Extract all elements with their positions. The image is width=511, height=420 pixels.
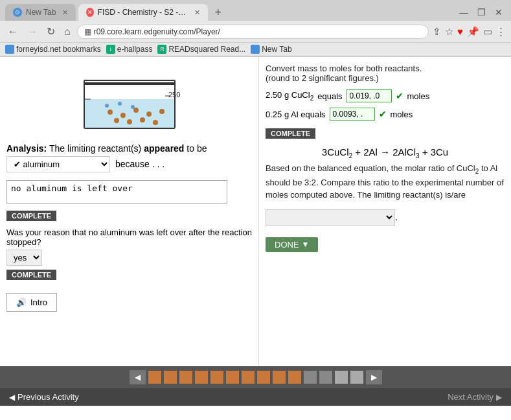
next-activity-button[interactable]: Next Activity ▶: [448, 392, 502, 402]
page-dot-11[interactable]: [304, 371, 317, 384]
svg-point-12: [153, 120, 158, 125]
page-dot-13[interactable]: [335, 371, 348, 384]
page-dot-1[interactable]: [148, 371, 161, 384]
refresh-button[interactable]: ↻: [44, 24, 58, 39]
address-bar: ← → ↻ ⌂ ▦ r09.core.learn.edgenuity.com/P…: [0, 21, 511, 43]
bookmark-icon-4: [251, 45, 260, 54]
molar-ratio-text: Based on the balanced equation, the mola…: [266, 162, 505, 202]
tab-label-1: New Tab: [26, 8, 56, 17]
page-dot-2[interactable]: [164, 371, 177, 384]
next-triangle-icon: ▶: [496, 393, 502, 402]
minimize-button[interactable]: —: [456, 6, 471, 19]
bookmarks-bar: forneyisd.net bookmarks i e-hallpass R R…: [0, 43, 511, 56]
restore-button[interactable]: ❐: [474, 6, 489, 19]
page-dot-8[interactable]: [257, 371, 270, 384]
activity-bar: ◀ Previous Activity Next Activity ▶: [0, 388, 511, 406]
intro-button[interactable]: 🔊 Intro: [6, 293, 57, 312]
prev-triangle-icon: ◀: [9, 393, 15, 402]
forward-button[interactable]: →: [25, 25, 40, 39]
row2-suffix: moles: [391, 110, 413, 119]
bookmark-label-4: New Tab: [262, 45, 291, 54]
moles-row-1: 2.50 g CuCl2 equals ✔ moles: [266, 89, 505, 102]
textarea-wrapper: no aluminum is left over: [6, 178, 252, 208]
svg-point-10: [127, 119, 132, 124]
yes-select[interactable]: yes: [6, 250, 42, 266]
row1-prefix: 2.50 g CuCl2: [266, 90, 313, 102]
new-tab-button[interactable]: +: [210, 5, 225, 21]
beaker-container: 250: [6, 64, 252, 137]
bookmark-readsquared[interactable]: R READsquared Read...: [157, 45, 245, 54]
instruction-line1: Convert mass to moles for both reactants…: [266, 64, 422, 73]
star-icon[interactable]: ☆: [445, 26, 453, 38]
intro-label: Intro: [30, 298, 47, 307]
limiting-reactant-dropdown[interactable]: [266, 209, 395, 226]
page-dot-6[interactable]: [226, 371, 239, 384]
question-text: Was your reason that no aluminum was lef…: [6, 228, 252, 247]
bookmark-forneyisd[interactable]: forneyisd.net bookmarks: [5, 45, 101, 54]
period: .: [395, 212, 398, 222]
left-panel: 250 Analysis: The limiting reactant(s) a…: [0, 57, 259, 366]
bookmark-newtab[interactable]: New Tab: [251, 45, 291, 54]
svg-point-7: [146, 111, 152, 117]
because-text: because . . .: [115, 159, 165, 169]
analysis-label: Analysis:: [6, 143, 47, 154]
row1-sub1: 2: [310, 95, 314, 102]
svg-point-11: [140, 117, 145, 122]
al-moles-input[interactable]: [330, 108, 375, 121]
page-dot-12[interactable]: [319, 371, 332, 384]
page-dot-10[interactable]: [288, 371, 301, 384]
page-dot-14[interactable]: [350, 371, 363, 384]
close-window-button[interactable]: ✕: [492, 6, 506, 19]
page-dot-9[interactable]: [273, 371, 286, 384]
select-wrapper: ✔ aluminum because . . .: [6, 156, 252, 172]
prev-activity-label: Previous Activity: [17, 392, 79, 402]
eq-main: 3CuCl2 + 2Al → 2AlCl3 + 3Cu: [322, 146, 448, 158]
tab-close-1[interactable]: ✕: [62, 8, 68, 17]
limiting-reactant-select[interactable]: ✔ aluminum: [6, 156, 110, 172]
limiting-select-wrapper: .: [266, 207, 505, 228]
page-dot-4[interactable]: [195, 371, 208, 384]
pin-icon[interactable]: 📌: [467, 26, 479, 38]
prev-page-button[interactable]: ◀: [130, 370, 146, 384]
molar-sub: 2: [475, 168, 479, 175]
home-button[interactable]: ⌂: [62, 25, 73, 39]
url-box[interactable]: ▦ r09.core.learn.edgenuity.com/Player/: [77, 25, 429, 39]
prev-activity-button[interactable]: ◀ Previous Activity: [9, 392, 79, 402]
reason-textarea[interactable]: no aluminum is left over: [6, 180, 227, 204]
page-dot-7[interactable]: [242, 371, 255, 384]
page-dot-3[interactable]: [179, 371, 192, 384]
tab-fisd[interactable]: ✕ FISD - Chemistry - S2 - 132000 - ✕: [78, 4, 208, 21]
svg-point-13: [105, 104, 109, 108]
intro-btn-wrapper: 🔊 Intro: [6, 293, 252, 312]
sidebar-icon[interactable]: ▭: [483, 26, 492, 38]
bookmark-icon-1: [5, 45, 14, 54]
url-text: r09.core.learn.edgenuity.com/Player/: [94, 27, 422, 36]
instruction-line2: (round to 2 significant figures.): [266, 73, 379, 83]
tab-new-tab[interactable]: ⊙ New Tab ✕: [5, 4, 76, 21]
appeared-text: appeared: [144, 143, 184, 154]
speaker-icon: 🔊: [16, 298, 27, 307]
svg-point-15: [131, 105, 135, 109]
svg-text:250: 250: [168, 91, 180, 99]
next-page-button[interactable]: ▶: [366, 370, 382, 384]
tab-bar: ⊙ New Tab ✕ ✕ FISD - Chemistry - S2 - 13…: [0, 0, 511, 21]
main-content: 250 Analysis: The limiting reactant(s) a…: [0, 57, 511, 406]
complete-badge-2: COMPLETE: [6, 270, 56, 280]
bookmark-ehallpass[interactable]: i e-hallpass: [106, 45, 153, 54]
done-button[interactable]: DONE ▼: [266, 237, 318, 252]
tab-close-2[interactable]: ✕: [194, 8, 200, 17]
share-icon[interactable]: ⇪: [433, 26, 441, 38]
done-wrapper: DONE ▼: [266, 233, 505, 252]
page-dot-5[interactable]: [210, 371, 223, 384]
bookmark-icon-3: R: [157, 45, 166, 54]
yes-select-wrapper: yes: [6, 250, 252, 266]
eq-sub1: 2: [348, 152, 352, 159]
right-panel: Convert mass to moles for both reactants…: [259, 57, 511, 366]
heart-icon[interactable]: ♥: [457, 26, 463, 37]
check-icon-2: ✔: [379, 109, 387, 119]
back-button[interactable]: ←: [5, 25, 21, 39]
check-icon-1: ✔: [396, 91, 403, 101]
menu-icon[interactable]: ⋮: [496, 26, 506, 38]
cucl2-moles-input[interactable]: [346, 89, 392, 102]
next-activity-label: Next Activity: [448, 392, 494, 402]
